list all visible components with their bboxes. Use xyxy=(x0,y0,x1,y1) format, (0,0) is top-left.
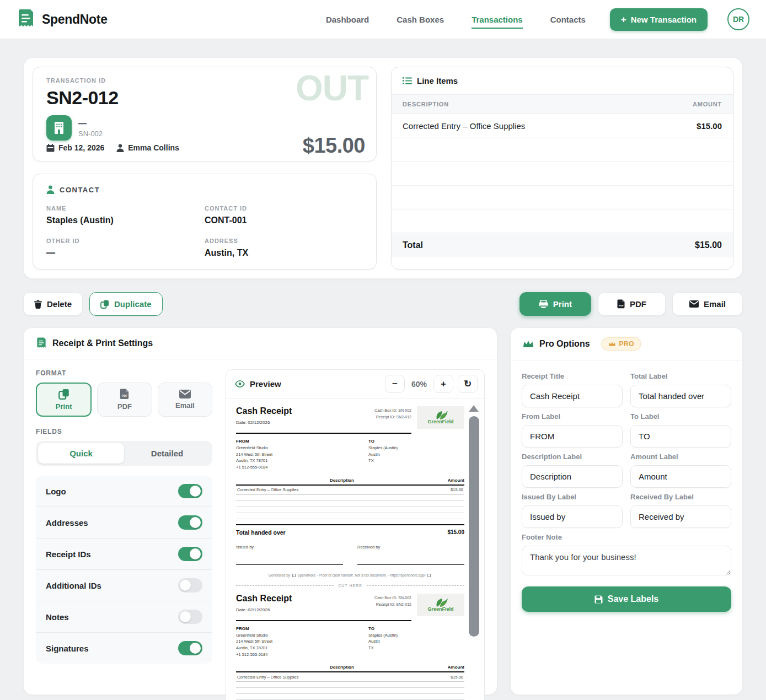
issued-by-label: Issued by xyxy=(236,545,343,550)
avatar[interactable]: DR xyxy=(727,8,749,30)
total-label: Total xyxy=(403,240,423,250)
nav-cash-boxes[interactable]: Cash Boxes xyxy=(397,10,444,29)
receipt-item-amount: $15.00 xyxy=(451,487,463,492)
table-row-empty xyxy=(392,138,733,162)
nav-contacts[interactable]: Contacts xyxy=(550,10,586,29)
app-logo[interactable]: SpendNote xyxy=(17,9,108,29)
description-label-input[interactable] xyxy=(522,465,623,488)
fields-tab-quick[interactable]: Quick xyxy=(38,443,124,464)
nav-transactions[interactable]: Transactions xyxy=(472,10,523,29)
pdf-button[interactable]: PDF PDF xyxy=(598,292,666,316)
plus-icon: + xyxy=(621,15,626,24)
toggle-row-notes: Notes xyxy=(36,601,212,633)
list-icon xyxy=(403,77,412,85)
crown-badge-icon xyxy=(608,341,616,347)
nav-dashboard[interactable]: Dashboard xyxy=(326,10,369,29)
description-label-label: Description Label xyxy=(522,453,623,461)
contact-id-label: CONTACT ID xyxy=(205,205,363,212)
refresh-button[interactable]: ↻ xyxy=(458,375,478,393)
tiny-logo-icon xyxy=(292,574,296,577)
other-id: — xyxy=(46,248,205,258)
signatures-toggle[interactable] xyxy=(178,641,202,655)
pdf-format-icon: PDF xyxy=(120,389,129,400)
zoom-out-button[interactable]: − xyxy=(385,375,405,393)
received-by-label-input[interactable] xyxy=(630,505,731,528)
new-transaction-button[interactable]: + New Transaction xyxy=(610,8,708,31)
email-button[interactable]: Email xyxy=(672,292,743,316)
toggle-row-logo: Logo xyxy=(36,476,212,507)
format-email-tile[interactable]: Email xyxy=(158,383,212,417)
receipt-col-amount: Amount xyxy=(448,665,464,670)
toggle-row-signatures: Signatures xyxy=(36,633,212,664)
to-line: TX xyxy=(368,457,464,464)
notes-toggle[interactable] xyxy=(178,610,202,624)
receipt-col-description: Description xyxy=(236,478,448,483)
brand-name: GreenField xyxy=(427,606,453,612)
format-print-tile[interactable]: Print xyxy=(36,383,92,417)
logo-toggle[interactable] xyxy=(178,484,202,498)
preview-panel: Preview − 60% + ↻ Cash Receipt xyxy=(226,369,485,700)
cut-here-divider: CUT HERE xyxy=(236,584,464,588)
file-pdf-icon: PDF xyxy=(617,299,625,309)
duplicate-label: Duplicate xyxy=(114,299,152,309)
cashbox-name: — xyxy=(78,119,103,128)
receipt-date: Date: 02/12/2026 xyxy=(236,607,292,612)
from-line: Greenfield Studio xyxy=(236,632,368,639)
toggle-row-addresses: Addresses xyxy=(36,507,212,539)
line-items-title: Line Items xyxy=(417,76,458,85)
toggle-row-additional-ids: Additional IDs xyxy=(36,570,212,601)
duplicate-button[interactable]: Duplicate xyxy=(89,292,163,316)
transaction-date: Feb 12, 2026 xyxy=(58,143,104,152)
line-items-panel: Line Items DESCRIPTION AMOUNT Corrected … xyxy=(391,67,733,270)
to-label-input[interactable] xyxy=(630,425,731,448)
field-toggle-list: Logo Addresses Receipt IDs Additional ID… xyxy=(36,476,212,664)
table-row-empty xyxy=(392,162,733,186)
delete-button[interactable]: Delete xyxy=(23,292,83,316)
to-line: Staples (Austin) xyxy=(368,632,464,639)
scrollbar-thumb[interactable] xyxy=(469,416,479,637)
receipt-title-input[interactable] xyxy=(522,385,623,407)
addresses-toggle[interactable] xyxy=(178,515,202,530)
toggle-label-addresses: Addresses xyxy=(46,518,88,527)
from-label-input[interactable] xyxy=(522,425,623,448)
save-labels-button[interactable]: Save Labels xyxy=(522,586,731,612)
receipt-from-label: FROM xyxy=(236,626,368,631)
trash-icon xyxy=(34,300,42,309)
address-label: ADDRESS xyxy=(205,238,363,244)
format-pdf-tile[interactable]: PDF PDF xyxy=(97,383,152,417)
item-amount: $15.00 xyxy=(697,121,722,131)
envelope-icon xyxy=(689,300,699,308)
footer-text: SpendNote - Proof of cash handoff. Not a… xyxy=(298,573,426,577)
total-label-input[interactable] xyxy=(630,385,731,407)
scrollbar-up-arrow[interactable] xyxy=(469,405,479,412)
receipt-preview[interactable]: Cash Receipt Date: 02/12/2026 Cash Box I… xyxy=(226,399,484,700)
brand-logo: GreenField xyxy=(417,594,464,616)
receipt-title: Cash Receipt xyxy=(236,406,292,416)
additional-ids-toggle[interactable] xyxy=(178,578,202,593)
person-icon xyxy=(116,144,124,152)
receipt-title: Cash Receipt xyxy=(236,594,292,604)
transaction-detail-section: TRANSACTION ID SN2-012 — SN-002 xyxy=(23,57,743,279)
receipt-footer: Generated by SpendNote - Proof of cash h… xyxy=(236,573,464,577)
issued-by-label-input[interactable] xyxy=(522,505,623,528)
amount-label-label: Amount Label xyxy=(630,453,731,461)
printer-icon xyxy=(539,300,548,309)
app-name: SpendNote xyxy=(42,12,108,27)
amount-label-input[interactable] xyxy=(630,465,731,488)
contact-title: CONTACT xyxy=(60,186,100,194)
receipt-title-label: Receipt Title xyxy=(522,372,623,380)
brand-logo: GreenField xyxy=(417,406,464,429)
print-button[interactable]: Print xyxy=(519,292,591,316)
crown-icon xyxy=(523,340,534,348)
from-line: +1 512-555-0184 xyxy=(236,651,368,658)
received-by-label-label: Received By Label xyxy=(630,493,731,501)
fields-tab-detailed[interactable]: Detailed xyxy=(124,443,210,464)
receipt-col-description: Description xyxy=(236,665,448,670)
receipt-item-amount: $15.00 xyxy=(451,675,463,680)
zoom-in-button[interactable]: + xyxy=(433,375,453,393)
toggle-label-additional-ids: Additional IDs xyxy=(46,581,101,590)
footer-note-textarea[interactable]: Thank you for your business! xyxy=(522,546,731,575)
pro-options-title: Pro Options xyxy=(539,339,590,349)
receipt-ids-toggle[interactable] xyxy=(178,547,202,561)
to-line: Staples (Austin) xyxy=(368,445,464,451)
